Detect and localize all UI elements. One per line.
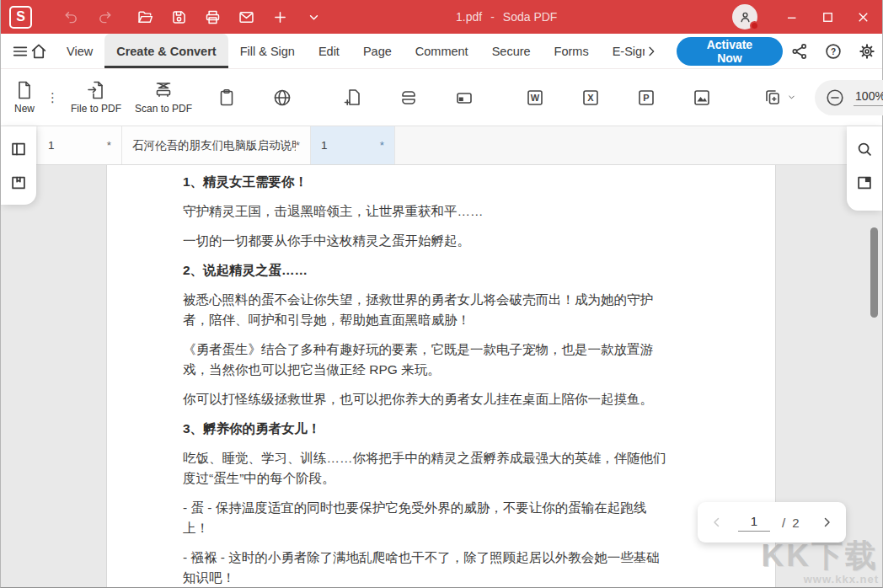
tab-label: 1 bbox=[321, 139, 328, 152]
vertical-scrollbar-thumb[interactable] bbox=[870, 227, 878, 318]
doc-paragraph: 你可以打怪练级拯救世界，也可以把你养大的勇者女儿挂在桌面上陪你一起摸鱼。 bbox=[183, 389, 669, 409]
window-title-separator: - bbox=[490, 10, 495, 24]
tab-comment[interactable]: Comment bbox=[404, 34, 480, 68]
doc-heading: 1、精灵女王需要你！ bbox=[183, 172, 669, 192]
menu-tabs: View Create & Convert Fill & Sign Edit P… bbox=[55, 34, 645, 68]
toolbar: New ⋮ File to PDF Scan to PDF W bbox=[1, 69, 882, 126]
svg-text:W: W bbox=[531, 93, 540, 103]
total-pages: 2 bbox=[792, 516, 799, 530]
convert-to-excel-icon[interactable]: X bbox=[574, 84, 607, 111]
maximize-button[interactable] bbox=[815, 4, 840, 29]
new-document-button[interactable]: New bbox=[8, 77, 41, 118]
hamburger-menu-icon[interactable] bbox=[11, 34, 29, 68]
tab-page[interactable]: Page bbox=[351, 34, 404, 68]
convert-to-image-icon[interactable] bbox=[685, 84, 719, 111]
print-icon[interactable] bbox=[202, 7, 222, 27]
doc-paragraph: - 蛋 - 保持温度适宜的同时也要保护它免受外界的威胁，不要让你的蛋输在起跑线上… bbox=[183, 498, 669, 538]
undo-icon[interactable] bbox=[61, 7, 81, 27]
doc-paragraph: 守护精灵王国，击退黑暗领主，让世界重获和平…… bbox=[183, 201, 669, 222]
close-button[interactable] bbox=[850, 4, 875, 29]
window-title: 1.pdf - Soda PDF bbox=[456, 0, 557, 34]
thumbnails-panel-icon[interactable] bbox=[855, 174, 874, 192]
convert-to-word-icon[interactable]: W bbox=[518, 84, 552, 111]
open-file-icon[interactable] bbox=[135, 7, 155, 27]
save-icon[interactable] bbox=[169, 7, 189, 27]
next-page-icon[interactable] bbox=[819, 515, 834, 530]
zoom-out-icon[interactable] bbox=[825, 88, 845, 108]
document-tabbar: 1 * 石河伦吾的朋友们电脑版启动说明 * 1 * bbox=[1, 126, 882, 165]
convert-to-powerpoint-icon[interactable]: P bbox=[629, 84, 663, 111]
share-icon[interactable] bbox=[783, 42, 816, 61]
watermark-url: www.kkx.net bbox=[762, 573, 879, 585]
document-tab-2[interactable]: 石河伦吾的朋友们电脑版启动说明 * bbox=[122, 126, 311, 164]
notification-dot bbox=[750, 21, 759, 30]
tab-label: 石河伦吾的朋友们电脑版启动说明 bbox=[132, 138, 296, 153]
tab-view[interactable]: View bbox=[55, 34, 104, 68]
account-avatar[interactable] bbox=[732, 4, 757, 29]
page-navigator: 1 / 2 bbox=[698, 502, 846, 543]
zoom-level-dropdown[interactable]: 100% bbox=[854, 89, 883, 106]
document-viewport[interactable]: 1、精灵女王需要你！ 守护精灵王国，击退黑暗领主，让世界重获和平…… 一切的一切… bbox=[1, 165, 882, 587]
bookmarks-panel-icon[interactable] bbox=[9, 174, 28, 192]
soda-logo: S bbox=[9, 6, 32, 29]
web-to-pdf-globe-icon[interactable] bbox=[265, 84, 299, 111]
minimize-button[interactable] bbox=[779, 4, 805, 29]
chevron-down-icon[interactable] bbox=[303, 7, 324, 27]
tab-label: 1 bbox=[48, 139, 55, 152]
soda-pdf-window: S 1.pdf - Soda PDF bbox=[0, 0, 883, 588]
document-tab-1[interactable]: 1 * bbox=[38, 126, 122, 164]
doc-heading: 3、孵养你的勇者女儿！ bbox=[183, 419, 669, 439]
tab-esign[interactable]: E-Sign bbox=[601, 34, 645, 68]
page-separator: / bbox=[782, 516, 785, 530]
tab-forms[interactable]: Forms bbox=[543, 34, 601, 68]
tab-modified-star: * bbox=[373, 139, 384, 152]
doc-paragraph: - 襁褓 - 这时的小勇者除了满地乱爬啥也干不了，除了照顾起居以外教会她一些基础… bbox=[183, 548, 669, 587]
menubar: View Create & Convert Fill & Sign Edit P… bbox=[1, 34, 882, 69]
doc-heading: 2、说起精灵之蛋…… bbox=[183, 260, 669, 281]
file-to-pdf-button[interactable]: File to PDF bbox=[64, 77, 128, 118]
settings-gear-icon[interactable] bbox=[850, 42, 883, 61]
tab-modified-star: * bbox=[100, 139, 111, 152]
help-icon[interactable]: ? bbox=[816, 42, 850, 61]
redo-icon[interactable] bbox=[94, 7, 115, 27]
sidebar-toggle-icon[interactable] bbox=[9, 140, 28, 158]
zoom-level-value: 100% bbox=[855, 89, 883, 103]
current-page-field[interactable]: 1 bbox=[738, 514, 770, 532]
watermark: KK下载 www.kkx.net bbox=[762, 539, 879, 585]
tab-fill-and-sign[interactable]: Fill & Sign bbox=[228, 34, 307, 68]
doc-paragraph: 《勇者蛋生》结合了多种有趣好玩的要素，它既是一款电子宠物，也是一款放置游戏，当然… bbox=[183, 339, 669, 380]
new-document-label: New bbox=[14, 103, 35, 115]
email-icon[interactable] bbox=[236, 7, 256, 27]
split-document-icon[interactable] bbox=[392, 84, 425, 111]
add-icon[interactable] bbox=[270, 7, 290, 27]
scan-to-pdf-button[interactable]: Scan to PDF bbox=[128, 77, 199, 118]
paste-clipboard-icon[interactable] bbox=[210, 84, 243, 111]
search-icon[interactable] bbox=[855, 140, 874, 158]
file-to-pdf-label: File to PDF bbox=[71, 103, 121, 115]
window-title-filename: 1.pdf bbox=[456, 10, 482, 24]
svg-text:P: P bbox=[643, 93, 649, 103]
home-icon[interactable] bbox=[29, 34, 48, 68]
menubar-right-icons: ? bbox=[783, 34, 883, 68]
main-area: 1 * 石河伦吾的朋友们电脑版启动说明 * 1 * 1、精灵女王需要你！ 守护精… bbox=[1, 126, 882, 587]
tab-modified-star: * bbox=[296, 139, 300, 152]
tab-edit[interactable]: Edit bbox=[307, 34, 351, 68]
doc-paragraph: 吃饭、睡觉、学习、训练……你将把手中的精灵之蛋孵养成最强大的英雄，伴随他们度过“… bbox=[183, 448, 669, 489]
watermark-text: KK下载 bbox=[762, 539, 879, 573]
previous-page-icon[interactable] bbox=[709, 515, 725, 530]
kebab-menu-icon[interactable]: ⋮ bbox=[46, 95, 59, 99]
insert-page-icon[interactable] bbox=[336, 84, 370, 111]
tab-create-and-convert[interactable]: Create & Convert bbox=[104, 34, 227, 68]
activate-now-button[interactable]: Activate Now bbox=[677, 37, 783, 66]
right-panel-toolbar bbox=[847, 126, 882, 211]
titlebar: S 1.pdf - Soda PDF bbox=[1, 0, 882, 34]
tab-secure[interactable]: Secure bbox=[480, 34, 543, 68]
rotate-page-icon[interactable] bbox=[447, 84, 481, 111]
document-tab-3-active[interactable]: 1 * bbox=[311, 126, 395, 164]
titlebar-right bbox=[732, 0, 875, 34]
doc-paragraph: 被悉心照料的蛋不会让你失望，拯救世界的勇者女儿将会破壳而出！成为她的守护者，陪伴… bbox=[183, 290, 669, 330]
svg-text:X: X bbox=[587, 93, 594, 103]
merge-files-icon[interactable] bbox=[756, 84, 804, 111]
window-title-appname: Soda PDF bbox=[503, 10, 558, 24]
menu-overflow-chevron-icon[interactable] bbox=[645, 34, 658, 68]
